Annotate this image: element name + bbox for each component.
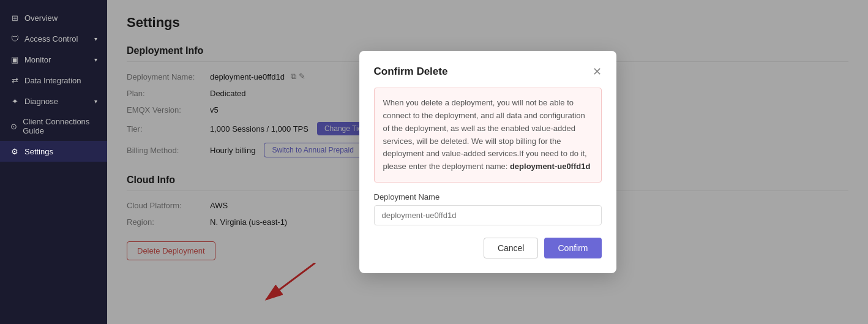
modal-overlay: Confirm Delete ✕ When you delete a deplo… xyxy=(107,0,868,324)
sidebar-item-diagnose[interactable]: ✦ Diagnose ▾ xyxy=(0,91,107,111)
warning-text: When you delete a deployment, you will n… xyxy=(383,98,587,171)
sidebar-item-label: Diagnose xyxy=(24,97,58,106)
sidebar-item-client-connections[interactable]: ⊙ Client Connections Guide xyxy=(0,111,107,141)
sidebar-item-label: Overview xyxy=(24,13,58,23)
sidebar-item-overview[interactable]: ⊞ Overview xyxy=(0,7,107,28)
monitor-icon: ▣ xyxy=(10,55,20,64)
sidebar-item-label: Client Connections Guide xyxy=(23,117,97,135)
settings-icon: ⚙ xyxy=(10,146,20,156)
modal-title: Confirm Delete xyxy=(374,66,448,78)
sidebar-item-label: Data Integration xyxy=(24,76,81,85)
shield-icon: 🛡 xyxy=(10,34,20,43)
sidebar: ⊞ Overview 🛡 Access Control ▾ ▣ Monitor … xyxy=(0,0,107,324)
deployment-name-bold: deployment-ue0ffd1d xyxy=(510,162,590,171)
modal-close-button[interactable]: ✕ xyxy=(593,66,602,77)
overview-icon: ⊞ xyxy=(10,13,20,23)
chevron-down-icon: ▾ xyxy=(94,56,97,63)
sidebar-item-label: Monitor xyxy=(24,55,51,64)
client-connections-icon: ⊙ xyxy=(10,121,18,131)
confirm-delete-modal: Confirm Delete ✕ When you delete a deplo… xyxy=(359,51,616,273)
sidebar-item-label: Settings xyxy=(24,147,53,156)
warning-box: When you delete a deployment, you will n… xyxy=(374,88,602,183)
cancel-button[interactable]: Cancel xyxy=(484,238,539,258)
sidebar-item-settings[interactable]: ⚙ Settings xyxy=(0,141,107,162)
confirm-button[interactable]: Confirm xyxy=(544,238,601,258)
field-label: Deployment Name xyxy=(374,192,602,202)
diagnose-icon: ✦ xyxy=(10,96,20,106)
main-content: Settings Deployment Info Deployment Name… xyxy=(107,0,868,324)
sidebar-item-access-control[interactable]: 🛡 Access Control ▾ xyxy=(0,28,107,49)
sidebar-item-label: Access Control xyxy=(24,34,78,43)
data-integration-icon: ⇄ xyxy=(10,75,20,85)
modal-header: Confirm Delete ✕ xyxy=(374,66,602,78)
deployment-name-input[interactable] xyxy=(374,205,602,225)
chevron-down-icon: ▾ xyxy=(94,36,97,42)
chevron-down-icon: ▾ xyxy=(94,98,97,105)
sidebar-item-monitor[interactable]: ▣ Monitor ▾ xyxy=(0,49,107,70)
sidebar-item-data-integration[interactable]: ⇄ Data Integration xyxy=(0,70,107,91)
modal-actions: Cancel Confirm xyxy=(374,238,602,258)
